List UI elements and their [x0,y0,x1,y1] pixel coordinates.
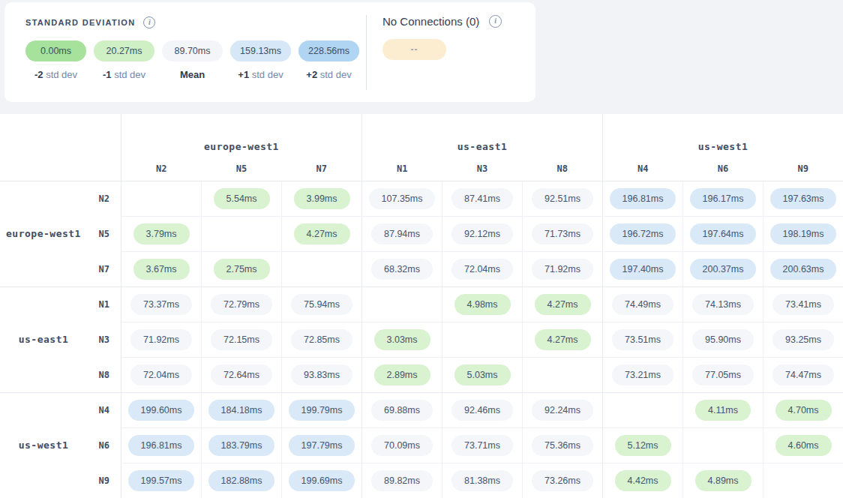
matrix-body: N25.54ms3.99ms107.35ms87.41ms92.51ms196.… [0,181,843,498]
latency-pill[interactable]: 73.21ms [612,364,674,386]
latency-pill[interactable]: 72.64ms [211,364,272,386]
latency-pill[interactable]: 73.51ms [612,329,674,350]
latency-pill[interactable]: 196.81ms [610,188,676,209]
latency-pill[interactable]: 197.40ms [610,259,676,280]
latency-pill[interactable]: 4.11ms [695,400,751,421]
latency-pill[interactable]: 70.09ms [371,435,433,456]
latency-pill[interactable]: 73.26ms [532,470,593,491]
latency-cell: 182.88ms [201,463,281,498]
latency-pill[interactable]: 197.63ms [770,188,837,209]
latency-cell: 197.64ms [682,216,763,251]
latency-pill[interactable]: 107.35ms [369,188,436,209]
latency-cell: 3.99ms [281,182,362,216]
row-region-name: europe-west1 [0,228,87,239]
latency-pill[interactable]: 197.79ms [289,435,356,456]
latency-pill[interactable]: 75.94ms [291,294,352,315]
latency-pill[interactable]: 196.81ms [128,435,195,456]
latency-pill[interactable]: 199.79ms [289,400,356,421]
latency-cell: 69.88ms [362,393,442,428]
latency-pill[interactable]: 92.46ms [452,400,513,421]
latency-pill[interactable]: 72.85ms [291,329,352,350]
latency-cell: 5.12ms [602,428,682,463]
latency-pill[interactable]: 73.41ms [772,294,834,315]
latency-pill[interactable]: 72.79ms [211,294,272,315]
latency-pill[interactable]: 73.37ms [130,294,192,315]
latency-pill[interactable]: 199.60ms [128,400,195,421]
latency-pill[interactable]: 72.04ms [452,259,513,280]
latency-pill[interactable]: 71.73ms [532,224,593,244]
latency-pill[interactable]: 69.88ms [371,400,433,421]
latency-pill[interactable]: 87.41ms [452,188,513,209]
latency-cell: 5.54ms [201,182,281,216]
latency-pill[interactable]: 74.13ms [692,294,754,315]
latency-pill[interactable]: 74.47ms [772,364,834,386]
legend-stop-label: +2 std dev [306,69,351,80]
latency-cell: 4.60ms [763,428,843,463]
latency-pill[interactable]: 2.89ms [374,364,430,386]
row-header: N1 [0,287,121,322]
latency-pill[interactable]: 77.05ms [692,364,754,386]
latency-pill[interactable]: 3.67ms [134,259,190,280]
latency-pill[interactable]: 183.79ms [208,435,275,456]
latency-pill[interactable]: 196.17ms [690,188,757,209]
latency-pill[interactable]: 4.70ms [776,400,832,421]
latency-cell: 196.81ms [121,428,201,463]
latency-pill[interactable]: 4.89ms [695,470,752,491]
column-group-header: europe-west1N2N5N7 [121,114,362,181]
latency-pill[interactable]: 5.03ms [454,364,511,386]
latency-pill[interactable]: 2.75ms [214,259,270,280]
latency-pill[interactable]: 3.79ms [134,224,190,244]
row-header: N8 [0,357,121,392]
latency-pill[interactable]: 182.88ms [208,470,275,491]
latency-pill[interactable]: 68.32ms [371,259,433,280]
latency-pill[interactable]: 95.90ms [692,329,754,350]
latency-pill[interactable]: 92.24ms [532,400,593,421]
latency-pill[interactable]: 199.69ms [289,470,356,491]
latency-pill[interactable]: 4.27ms [535,329,591,350]
latency-cell: 93.83ms [281,357,362,392]
matrix-corner-cell [0,114,121,181]
latency-pill[interactable]: 200.63ms [770,259,837,280]
latency-pill[interactable]: 75.36ms [532,435,593,456]
latency-cell: 72.79ms [201,287,281,322]
latency-pill[interactable]: 89.82ms [371,470,433,491]
latency-pill[interactable]: 71.92ms [130,329,192,350]
latency-pill[interactable]: 92.12ms [452,224,513,244]
latency-cell [522,357,602,392]
latency-pill[interactable]: 92.51ms [532,188,593,209]
latency-pill[interactable]: 184.18ms [208,400,275,421]
latency-pill[interactable]: 93.25ms [772,329,834,350]
latency-cell: 74.49ms [602,287,682,322]
latency-pill[interactable]: 73.71ms [452,435,513,456]
latency-pill[interactable]: 81.38ms [452,470,513,491]
latency-pill[interactable]: 200.37ms [690,259,757,280]
info-icon[interactable]: i [143,16,155,28]
row-header: us-west1N6 [0,428,121,463]
latency-pill[interactable]: 4.60ms [776,435,832,456]
latency-pill[interactable]: 72.04ms [130,364,192,386]
latency-cell: 71.92ms [522,251,602,286]
latency-cell: 197.79ms [281,428,362,463]
latency-pill[interactable]: 4.98ms [454,294,511,315]
latency-pill[interactable]: 87.94ms [371,224,433,244]
latency-pill[interactable]: 199.57ms [128,470,195,491]
latency-pill[interactable]: 5.12ms [615,435,671,456]
latency-pill[interactable]: 198.19ms [770,224,837,244]
latency-pill[interactable]: 197.64ms [690,224,757,244]
latency-pill[interactable]: 72.15ms [211,329,272,350]
latency-pill[interactable]: 196.72ms [610,224,676,244]
info-icon[interactable]: i [489,15,502,28]
latency-pill[interactable]: 3.03ms [374,329,430,350]
latency-pill[interactable]: 93.83ms [291,364,352,386]
latency-pill[interactable]: 5.54ms [214,188,270,209]
latency-cell: 198.19ms [763,216,843,251]
latency-pill[interactable]: 71.92ms [532,259,593,280]
latency-pill[interactable]: 4.27ms [535,294,591,315]
latency-pill[interactable]: 74.49ms [612,294,674,315]
column-node-label: N1 [362,164,442,174]
latency-pill[interactable]: 4.27ms [294,224,350,244]
latency-cell: 77.05ms [682,357,763,392]
latency-pill[interactable]: 3.99ms [294,188,350,209]
row-header: N2 [0,182,121,216]
latency-pill[interactable]: 4.42ms [615,470,671,491]
